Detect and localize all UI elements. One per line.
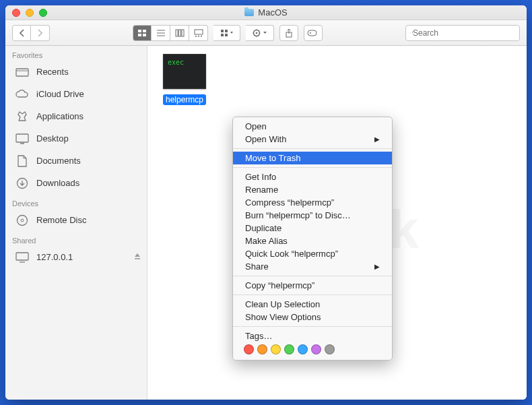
sidebar-item-applications[interactable]: Applications <box>5 105 147 127</box>
label: iCloud Drive <box>36 89 84 99</box>
svg-rect-21 <box>308 30 317 36</box>
back-button[interactable] <box>12 25 31 41</box>
context-menu: Open Open With▶ Move to Trash Get Info R… <box>232 117 393 361</box>
group-by-button[interactable] <box>213 25 240 41</box>
svg-rect-32 <box>16 253 28 260</box>
window-title-text: MacOS <box>258 7 287 18</box>
share-button[interactable] <box>279 25 298 41</box>
ctx-show-view-options[interactable]: Show View Options <box>233 311 392 323</box>
label: Remote Disc <box>36 215 86 225</box>
svg-rect-17 <box>225 34 228 36</box>
eject-icon[interactable] <box>133 252 141 262</box>
label: 127.0.0.1 <box>36 252 73 262</box>
documents-icon <box>15 155 30 167</box>
sidebar-item-desktop[interactable]: Desktop <box>5 127 147 150</box>
ctx-clean-up[interactable]: Clean Up Selection <box>233 298 392 311</box>
label: Documents <box>36 156 81 166</box>
separator <box>233 148 392 149</box>
cloud-icon <box>15 88 30 100</box>
list-view-button[interactable] <box>152 25 170 41</box>
column-view-button[interactable] <box>170 25 189 41</box>
svg-rect-12 <box>198 36 199 37</box>
sidebar-item-downloads[interactable]: Downloads <box>5 172 147 194</box>
svg-rect-13 <box>201 36 202 37</box>
separator <box>233 167 392 168</box>
svg-rect-7 <box>176 30 178 36</box>
tag-red[interactable] <box>244 344 254 354</box>
window-title: MacOS <box>5 7 527 18</box>
downloads-icon <box>15 177 30 189</box>
sidebar-item-recents[interactable]: Recents <box>5 61 147 83</box>
label: Desktop <box>36 133 69 144</box>
ctx-share[interactable]: Share▶ <box>233 260 392 273</box>
disc-icon <box>15 214 30 226</box>
tag-yellow[interactable] <box>271 344 281 354</box>
applications-icon <box>15 111 30 123</box>
recents-icon <box>15 66 30 78</box>
ctx-burn[interactable]: Burn “helpermcp” to Disc… <box>233 209 392 222</box>
svg-point-31 <box>21 219 24 222</box>
tags-button[interactable] <box>304 25 323 41</box>
folder-icon <box>244 9 254 16</box>
label: Applications <box>36 111 84 121</box>
tag-purple[interactable] <box>311 344 321 354</box>
action-button-group <box>246 25 274 41</box>
gallery-view-button[interactable] <box>189 25 208 41</box>
ctx-quick-look[interactable]: Quick Look “helpermcp” <box>233 247 392 260</box>
svg-rect-25 <box>16 69 28 76</box>
svg-rect-27 <box>16 134 28 142</box>
svg-point-22 <box>310 32 311 34</box>
section-favorites: Favorites <box>5 50 147 61</box>
ctx-get-info[interactable]: Get Info <box>233 170 392 183</box>
action-button[interactable] <box>246 25 274 41</box>
toolbar <box>5 20 527 46</box>
svg-rect-3 <box>143 34 146 36</box>
svg-rect-0 <box>138 30 141 32</box>
ctx-rename[interactable]: Rename <box>233 183 392 196</box>
tag-blue[interactable] <box>298 344 308 354</box>
tag-gray[interactable] <box>325 344 335 354</box>
sidebar-item-shared-host[interactable]: 127.0.0.1 <box>5 246 147 268</box>
tag-orange[interactable] <box>257 344 267 354</box>
ctx-compress[interactable]: Compress “helpermcp” <box>233 196 392 209</box>
svg-rect-16 <box>221 34 224 36</box>
search-input[interactable] <box>413 28 514 38</box>
group-by-button-group <box>213 25 240 41</box>
ctx-duplicate[interactable]: Duplicate <box>233 222 392 235</box>
search-field[interactable] <box>405 25 520 41</box>
sidebar-item-documents[interactable]: Documents <box>5 150 147 172</box>
section-devices: Devices <box>5 198 147 209</box>
sidebar: Favorites Recents iCloud Drive Applicati… <box>5 46 147 400</box>
ctx-open-with[interactable]: Open With▶ <box>233 133 392 146</box>
sidebar-item-remote-disc[interactable]: Remote Disc <box>5 209 147 231</box>
svg-rect-8 <box>178 30 180 36</box>
separator <box>233 276 392 276</box>
ctx-make-alias[interactable]: Make Alias <box>233 235 392 247</box>
file-item[interactable]: exec helpermcp <box>156 54 213 105</box>
nav-buttons <box>12 25 50 41</box>
desktop-icon <box>15 133 30 145</box>
tag-green[interactable] <box>284 344 294 354</box>
sidebar-item-icloud[interactable]: iCloud Drive <box>5 83 147 105</box>
ctx-move-to-trash[interactable]: Move to Trash <box>233 152 392 164</box>
separator <box>233 326 392 327</box>
ctx-open[interactable]: Open <box>233 120 392 133</box>
svg-rect-15 <box>225 30 228 32</box>
svg-rect-14 <box>221 30 224 32</box>
svg-rect-9 <box>182 30 184 36</box>
ctx-tags[interactable]: Tags… <box>233 330 392 342</box>
ctx-copy[interactable]: Copy “helpermcp” <box>233 279 392 292</box>
submenu-arrow-icon: ▶ <box>374 135 380 143</box>
svg-rect-1 <box>143 30 146 32</box>
exec-badge: exec <box>168 59 184 66</box>
icon-view-button[interactable] <box>133 25 152 41</box>
ctx-tag-colors <box>233 342 392 357</box>
svg-rect-34 <box>135 258 140 259</box>
submenu-arrow-icon: ▶ <box>374 263 380 270</box>
forward-button[interactable] <box>31 25 50 41</box>
display-icon <box>15 251 30 263</box>
label: Downloads <box>36 178 79 188</box>
svg-point-30 <box>18 215 28 225</box>
svg-rect-11 <box>195 36 197 37</box>
finder-window: MacOS Favorites Recents <box>5 5 527 400</box>
